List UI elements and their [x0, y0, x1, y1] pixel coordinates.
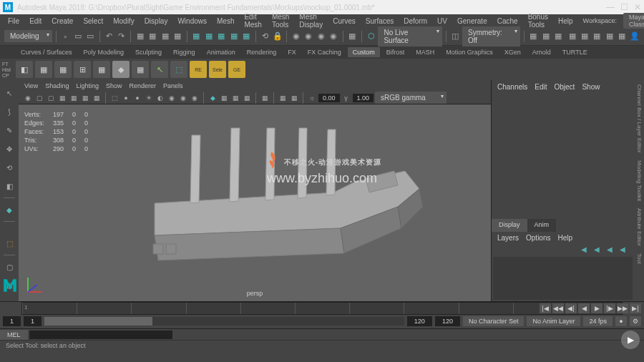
toggle-icon[interactable]: ▦ [552, 30, 563, 43]
play-end-field[interactable]: 120 [407, 316, 432, 326]
shelf-tab-rigging[interactable]: Rigging [168, 47, 200, 57]
shelf-tab-animation[interactable]: Animation [202, 47, 240, 57]
menu-edit[interactable]: Edit [26, 16, 45, 26]
menu-display[interactable]: Display [141, 16, 172, 26]
menu-edit-mesh[interactable]: Edit Mesh [240, 11, 265, 30]
shelf-folder-sele[interactable]: Sele [209, 61, 226, 78]
lasso-tool[interactable]: ⟆ [2, 104, 16, 119]
select-tool[interactable]: ↖ [2, 86, 16, 100]
construction-history-icon[interactable]: ⟲ [260, 30, 270, 43]
graph-editor-icon[interactable]: ▦ [592, 30, 602, 43]
shelf-tab-mash[interactable]: MASH [411, 47, 439, 57]
vp-icon[interactable]: ▦ [289, 93, 299, 103]
ipr-render-icon[interactable]: ◉ [303, 30, 314, 43]
go-start-button[interactable]: |◀ [540, 303, 551, 313]
cb-menu-object[interactable]: Object [555, 83, 575, 89]
menu-cache[interactable]: Cache [494, 16, 522, 26]
shelf-tab-custom[interactable]: Custom [348, 47, 380, 57]
shelf-icon[interactable]: ↖ [151, 61, 168, 78]
shelf-icon[interactable]: ▦ [35, 61, 52, 78]
auto-key-button[interactable]: ● [615, 316, 627, 326]
shelf-tab-bifrost[interactable]: Bifrost [381, 47, 410, 57]
layer-list[interactable] [493, 257, 633, 300]
shelf-icon[interactable]: ▦ [54, 61, 72, 78]
shelf-icon[interactable]: ▦ [132, 61, 149, 78]
hypershade-icon[interactable]: ▦ [567, 30, 577, 43]
vp-icon[interactable]: ▢ [46, 93, 56, 103]
save-scene-icon[interactable]: ▭ [84, 30, 95, 43]
single-pane-icon[interactable]: ▢ [2, 260, 16, 274]
vp-wireframe-icon[interactable]: ⬚ [109, 93, 119, 103]
go-end-button[interactable]: ▶| [630, 303, 641, 313]
shelf-tab-fx[interactable]: FX [283, 47, 301, 57]
last-tool[interactable]: ◆ [2, 202, 16, 217]
cb-menu-edit[interactable]: Edit [535, 83, 547, 89]
lock-icon[interactable]: 🔒 [272, 30, 283, 43]
vp-grid-icon[interactable]: ▦ [80, 93, 90, 103]
vp-icon[interactable]: ▦ [278, 93, 288, 103]
menu-create[interactable]: Create [48, 16, 77, 26]
command-lang-dropdown[interactable]: MEL [0, 330, 28, 340]
layer-menu-layers[interactable]: Layers [497, 234, 519, 242]
undo-icon[interactable]: ↶ [104, 30, 114, 43]
menu-modify[interactable]: Modify [109, 16, 137, 26]
snap-curve-icon[interactable]: ▦ [203, 30, 214, 43]
select-component-icon[interactable]: ▦ [172, 30, 182, 43]
vp-icon[interactable]: ◉ [190, 93, 200, 103]
open-scene-icon[interactable]: ▭ [72, 30, 83, 43]
vp-shaded-icon[interactable]: ● [121, 93, 131, 103]
snap-live-icon[interactable]: ▦ [240, 30, 251, 43]
vp-icon[interactable]: ▦ [242, 93, 252, 103]
step-back-button[interactable]: ◀◀ [552, 303, 564, 313]
shelf-icon[interactable]: ▦ [93, 61, 110, 78]
workspace-dropdown[interactable]: Maya Classic* [623, 13, 644, 29]
maximize-button[interactable]: ☐ [620, 2, 628, 12]
shelf-tab-turtle[interactable]: TURTLE [557, 47, 592, 57]
vp-gate-icon[interactable]: ▦ [92, 93, 102, 103]
shelf-folder-re[interactable]: RE [190, 61, 207, 78]
rotate-tool[interactable]: ⟲ [2, 160, 16, 175]
snap-grid-icon[interactable]: ▦ [191, 30, 202, 43]
vp-image-plane-icon[interactable]: ▦ [57, 93, 67, 103]
vp-icon[interactable]: ◉ [167, 93, 177, 103]
vp-icon[interactable]: ▦ [230, 93, 240, 103]
move-tool[interactable]: ✥ [2, 142, 16, 156]
shelf-tab-fx-caching[interactable]: FX Caching [303, 47, 346, 57]
sidebar-tab-attribute-editor[interactable]: Attribute Editor [636, 208, 643, 246]
vp-menu-shading[interactable]: Shading [45, 82, 69, 89]
shelf-folder-ge[interactable]: GE [228, 61, 245, 78]
shelf-icon[interactable]: ◧ [16, 61, 33, 78]
menu-deform[interactable]: Deform [400, 16, 431, 26]
vp-menu-view[interactable]: View [24, 82, 38, 89]
select-hierarchy-icon[interactable]: ▦ [147, 30, 158, 43]
render-settings-icon[interactable]: ◉ [316, 30, 326, 43]
vp-camera-icon[interactable]: ◉ [23, 93, 33, 103]
vp-isolate-icon[interactable]: ◆ [208, 93, 218, 103]
vp-colorspace-dropdown[interactable]: sRGB gamma [375, 92, 447, 104]
layer-tab-anim[interactable]: Anim [527, 219, 557, 232]
menu-bonus-tools[interactable]: Bonus Tools [525, 11, 552, 30]
anim-start-field[interactable]: 1 [3, 316, 21, 326]
vp-icon[interactable]: ◉ [178, 93, 188, 103]
magnet-icon[interactable]: ⬡ [366, 30, 376, 43]
shelf-tab-curves[interactable]: Curves / Surfaces [16, 47, 77, 57]
layer-tab-display[interactable]: Display [492, 219, 527, 232]
menu-select[interactable]: Select [79, 16, 107, 26]
render-icon[interactable]: ◉ [291, 30, 301, 43]
shelf-small-ft[interactable]: FT [2, 62, 11, 67]
time-slider-track[interactable]: 1 [21, 302, 623, 315]
layer-move-up-icon[interactable]: ◀ [607, 245, 617, 254]
vp-gamma-icon[interactable]: γ [341, 93, 351, 103]
range-slider[interactable] [44, 317, 404, 326]
redo-icon[interactable]: ↷ [116, 30, 127, 43]
video-play-overlay-icon[interactable]: ▶ [621, 331, 640, 349]
shelf-tab-sculpting[interactable]: Sculpting [130, 47, 167, 57]
new-scene-icon[interactable]: ▫ [59, 30, 70, 43]
live-surface-dropdown[interactable]: No Live Surface [378, 26, 441, 47]
fps-dropdown[interactable]: 24 fps [583, 316, 613, 326]
menu-curves[interactable]: Curves [329, 16, 359, 26]
vp-menu-panels[interactable]: Panels [163, 82, 183, 89]
paint-select-tool[interactable]: ✎ [2, 123, 16, 137]
menu-set-dropdown[interactable]: Modeling [4, 30, 52, 42]
shelf-icon[interactable]: ◆ [112, 61, 130, 78]
